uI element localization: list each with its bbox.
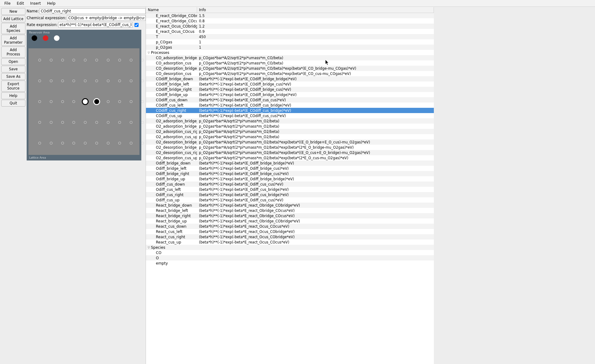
lattice-site[interactable] xyxy=(107,59,110,61)
tree-row[interactable]: React_cus_down(beta*h)**(-1)*exp(-beta*E… xyxy=(146,224,434,229)
lattice-site[interactable] xyxy=(107,142,110,145)
tree-row[interactable]: COdiff_cus_left(beta*h)**(-1)*exp(-beta*… xyxy=(146,103,434,108)
tree-row[interactable]: O2_desorption_cus_upp_O2gas*bar*A/sqrt(2… xyxy=(146,155,434,160)
lattice-site[interactable] xyxy=(50,59,52,61)
tree-row[interactable]: React_cus_right(beta*h)**(-1)*exp(-beta*… xyxy=(146,234,434,239)
tree-row[interactable]: CO_desorption_bridgep_COgas*bar*A/2/sqrt… xyxy=(146,66,434,71)
chemical-expression-input[interactable] xyxy=(67,15,146,21)
tree-category[interactable]: ▽Species xyxy=(146,245,434,250)
lattice-site[interactable] xyxy=(38,100,41,103)
lattice-site[interactable] xyxy=(61,121,64,124)
tree-row[interactable]: CO xyxy=(146,250,434,255)
tree-row[interactable]: Odiff_cus_left(beta*h)**(-1)*exp(-beta*(… xyxy=(146,187,434,192)
save-button[interactable]: Save xyxy=(1,66,25,72)
tree-row[interactable]: O2_adsorption_bridge_rightp_O2gas*bar*A/… xyxy=(146,118,434,124)
tree-row[interactable]: React_bridge_right(beta*h)**(-1)*exp(-be… xyxy=(146,213,434,218)
add-parameter-button[interactable]: Add Parameter xyxy=(1,35,25,46)
tree-row[interactable]: E_react_Ocus_COcus0.9 xyxy=(146,29,434,34)
lattice-site[interactable] xyxy=(84,59,87,61)
tree-row[interactable]: O2_adsorption_bridge_upp_O2gas*bar*A/sqr… xyxy=(146,124,434,129)
tree-row[interactable]: React_bridge_up(beta*h)**(-1)*exp(-beta*… xyxy=(146,218,434,224)
rate-expression-input[interactable] xyxy=(58,22,133,28)
lattice-site[interactable] xyxy=(38,121,41,124)
add-process-button[interactable]: Add Process xyxy=(1,46,25,58)
lattice-site[interactable] xyxy=(38,142,41,145)
species-dot-black[interactable] xyxy=(32,35,37,41)
tree-row[interactable]: Odiff_bridge_left(beta*h)**(-1)*exp(-bet… xyxy=(146,166,434,171)
rate-expression-checkbox[interactable] xyxy=(134,23,139,27)
name-input[interactable] xyxy=(39,8,146,14)
lattice-site[interactable] xyxy=(73,121,75,124)
site-filled[interactable] xyxy=(82,98,89,105)
lattice-site[interactable] xyxy=(73,59,75,61)
lattice-site[interactable] xyxy=(130,100,132,103)
lattice-site[interactable] xyxy=(38,59,41,61)
tree-row[interactable]: CO_adsorption_bridgep_COgas*bar*A/2/sqrt… xyxy=(146,55,434,60)
menu-file[interactable]: File xyxy=(1,1,14,6)
tree-row[interactable]: COdiff_cus_up(beta*h)**(-1)*exp(-beta*(E… xyxy=(146,113,434,118)
tree-row[interactable]: COdiff_cus_right(beta*h)**(-1)*exp(-beta… xyxy=(146,108,434,113)
tree-header-name[interactable]: Name xyxy=(146,7,197,13)
tree-row[interactable]: Odiff_bridge_right(beta*h)**(-1)*exp(-be… xyxy=(146,171,434,176)
lattice-site[interactable] xyxy=(95,142,98,145)
add-species-button[interactable]: Add Species xyxy=(1,23,25,34)
tree-row[interactable]: O2_desorption_bridge_rightp_O2gas*bar*A/… xyxy=(146,139,434,145)
lattice-site[interactable] xyxy=(107,121,110,124)
tree-row[interactable]: empty xyxy=(146,261,434,266)
lattice-site[interactable] xyxy=(38,79,41,82)
lattice-canvas[interactable]: Reservoir Area Lattice Area xyxy=(27,30,141,160)
tree-row[interactable]: O2_desorption_cus_rightp_O2gas*bar*A/sqr… xyxy=(146,150,434,155)
lattice-site[interactable] xyxy=(118,59,121,61)
tree-row[interactable]: E_react_Obridge_CObridge1.5 xyxy=(146,13,434,18)
tree-row[interactable]: COdiff_bridge_right(beta*h)**(-1)*exp(-b… xyxy=(146,87,434,92)
lattice-site[interactable] xyxy=(50,142,52,145)
tree-row[interactable]: Odiff_cus_up(beta*h)**(-1)*exp(-beta*(E_… xyxy=(146,197,434,203)
tree-row[interactable]: COdiff_bridge_up(beta*h)**(-1)*exp(-beta… xyxy=(146,92,434,97)
lattice-site[interactable] xyxy=(73,100,75,103)
lattice-site[interactable] xyxy=(50,100,52,103)
lattice-site[interactable] xyxy=(130,142,132,145)
tree-row[interactable]: React_cus_up(beta*h)**(-1)*exp(-beta*E_r… xyxy=(146,239,434,245)
lattice-site[interactable] xyxy=(84,79,87,82)
lattice-site[interactable] xyxy=(95,79,98,82)
lattice-site[interactable] xyxy=(118,142,121,145)
species-dot-red[interactable] xyxy=(43,35,48,41)
species-dot-white[interactable] xyxy=(54,35,60,41)
lattice-site[interactable] xyxy=(61,79,64,82)
lattice-site[interactable] xyxy=(95,59,98,61)
lattice-site[interactable] xyxy=(50,79,52,82)
tree-row[interactable]: COdiff_cus_down(beta*h)**(-1)*exp(-beta*… xyxy=(146,97,434,103)
tree-row[interactable]: E_react_Obridge_COcus0.8 xyxy=(146,18,434,24)
tree-row[interactable]: Odiff_bridge_up(beta*h)**(-1)*exp(-beta*… xyxy=(146,176,434,182)
lattice-site[interactable] xyxy=(130,79,132,82)
tree-row[interactable]: E_react_Ocus_CObridge1.2 xyxy=(146,24,434,29)
lattice-site[interactable] xyxy=(61,100,64,103)
tree-header-info[interactable]: Info xyxy=(197,7,434,13)
lattice-site[interactable] xyxy=(107,79,110,82)
new-button[interactable]: New xyxy=(1,8,25,15)
tree-row[interactable]: O2_adsorption_cus_upp_O2gas*bar*A/sqrt(2… xyxy=(146,134,434,139)
lattice-site[interactable] xyxy=(118,79,121,82)
tree-row[interactable]: O2_desorption_bridge_upp_O2gas*bar*A/sqr… xyxy=(146,145,434,150)
lattice-site[interactable] xyxy=(95,121,98,124)
quit-button[interactable]: Quit xyxy=(1,100,25,107)
tree-row[interactable]: Odiff_cus_down(beta*h)**(-1)*exp(-beta*(… xyxy=(146,182,434,187)
site-hollow[interactable] xyxy=(93,98,100,105)
tree-row[interactable]: COdiff_bridge_down(beta*h)**(-1)*exp(-be… xyxy=(146,76,434,81)
lattice-grid[interactable] xyxy=(29,48,139,155)
save-as-button[interactable]: Save As xyxy=(1,73,25,80)
menu-help[interactable]: Help xyxy=(44,1,59,6)
lattice-site[interactable] xyxy=(50,121,52,124)
expander-icon[interactable]: ▽ xyxy=(147,246,150,249)
help-button[interactable]: Help xyxy=(1,92,25,99)
lattice-site[interactable] xyxy=(84,142,87,145)
tree-row[interactable]: p_COgas1 xyxy=(146,39,434,45)
lattice-site[interactable] xyxy=(130,121,132,124)
add-lattice-button[interactable]: Add Lattice xyxy=(1,15,25,22)
lattice-site[interactable] xyxy=(141,59,144,61)
lattice-site[interactable] xyxy=(73,79,75,82)
tree-category[interactable]: ▽Processes xyxy=(146,50,434,55)
tree-row[interactable]: T450 xyxy=(146,34,434,39)
expander-icon[interactable]: ▽ xyxy=(147,51,150,54)
menu-insert[interactable]: Insert xyxy=(27,1,44,6)
